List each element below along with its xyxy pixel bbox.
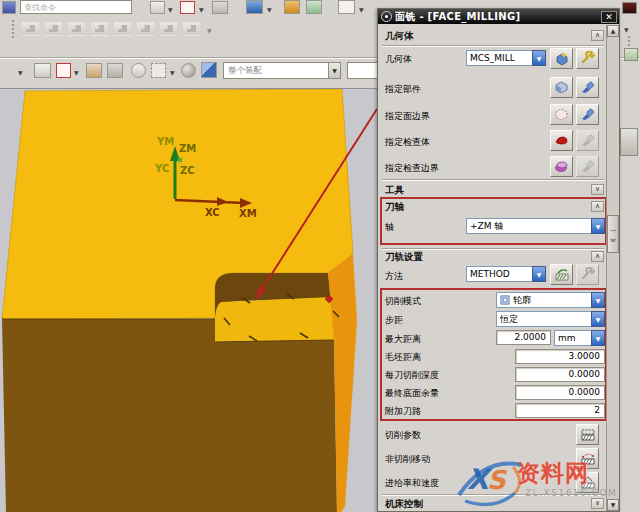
chevron-down-icon: ▼ — [532, 50, 546, 66]
select-part-icon-button[interactable] — [550, 77, 573, 98]
geometry-label: 几何体 — [385, 53, 412, 66]
section-tool-header: 工具 — [385, 184, 404, 197]
triad-label-xm: XM — [239, 208, 257, 219]
feeds-speeds-label: 进给率和速度 — [385, 477, 439, 490]
chevron-down-icon[interactable]: ▼ — [168, 6, 173, 13]
circle-select-icon[interactable] — [131, 63, 146, 78]
chevron-down-icon[interactable]: ▼ — [624, 26, 629, 33]
triad-label-yc: YC — [154, 163, 169, 174]
non-cutting-moves-label: 非切削移动 — [385, 453, 430, 466]
display-mode-icon[interactable] — [212, 1, 228, 14]
feature-icon-disabled — [183, 21, 200, 36]
toolbar-grip[interactable] — [628, 36, 631, 46]
model-notch-floor[interactable] — [215, 297, 334, 342]
separator — [382, 494, 604, 496]
feature-icon-disabled — [137, 21, 154, 36]
method-dropdown[interactable]: METHOD ▼ — [466, 266, 546, 282]
rect-select-icon[interactable] — [151, 63, 166, 78]
select-check-body-icon-button[interactable] — [550, 130, 573, 151]
collapse-geometry-button[interactable]: ∧ — [591, 30, 604, 41]
shaded-view-icon[interactable] — [284, 0, 300, 14]
roles-icon[interactable] — [180, 1, 195, 14]
selection-filter-combo[interactable] — [347, 62, 377, 79]
triad-label-ym: YM — [156, 136, 174, 147]
search-icon[interactable] — [150, 1, 165, 14]
collapse-path-settings-button[interactable]: ∧ — [591, 251, 604, 262]
chevron-down-icon[interactable]: ▼ — [170, 69, 175, 76]
select-face-boundary-flashlight-button[interactable] — [576, 104, 599, 125]
command-finder-input[interactable] — [20, 0, 132, 14]
wireframe-view-icon[interactable] — [306, 0, 322, 14]
scrollbar-thumb[interactable] — [607, 215, 619, 253]
chevron-down-icon[interactable]: ▼ — [267, 6, 272, 13]
panel-icon[interactable] — [624, 48, 638, 61]
chevron-down-icon[interactable]: ▼ — [199, 6, 204, 13]
scroll-down-icon[interactable]: ▼ — [607, 499, 619, 511]
blank-view-icon[interactable] — [338, 0, 355, 14]
select-face-boundary-label: 指定面边界 — [385, 110, 430, 123]
application-window: ▼ ▼ ▼ ▼ ▼ ▼ ▼ ▼ 整个装配 ▼ — [0, 0, 640, 512]
expand-tool-button[interactable]: ∨ — [591, 184, 604, 195]
edit-geometry-button[interactable] — [576, 48, 599, 69]
feature-icon-disabled — [22, 21, 39, 36]
dialog-scrollbar[interactable]: ▲ ▼ — [606, 25, 619, 511]
chevron-down-icon[interactable]: ▼ — [207, 27, 212, 34]
app-icon[interactable] — [2, 1, 16, 14]
highlight-rect-cut-params — [380, 288, 607, 421]
section-geometry-header: 几何体 — [385, 30, 414, 43]
sphere-icon[interactable] — [181, 63, 196, 78]
method-wrench-button-disabled — [576, 264, 599, 285]
face-milling-dialog: 面铣 - [FACE_MILLING] ✕ 几何体 ∧ 几何体 MCS_MILL… — [377, 8, 620, 512]
select-part-flashlight-button[interactable] — [576, 77, 599, 98]
snap-point-icon[interactable] — [56, 63, 71, 78]
separator — [382, 45, 604, 47]
solid-cube-icon[interactable] — [201, 62, 217, 78]
select-part-label: 指定部件 — [385, 83, 421, 96]
cube-icon[interactable] — [246, 0, 263, 14]
chevron-down-icon: ▼ — [532, 266, 546, 282]
geometry-dropdown[interactable]: MCS_MILL ▼ — [466, 50, 546, 66]
dialog-title-bar[interactable]: 面铣 - [FACE_MILLING] ✕ — [378, 9, 619, 24]
select-check-body-flashlight-button-disabled — [576, 130, 599, 151]
feeds-speeds-button[interactable] — [576, 472, 599, 493]
graphics-viewport[interactable]: YM ZM YC ZC XC XM — [0, 88, 377, 512]
selection-scope-combo[interactable]: 整个装配 ▼ — [223, 62, 341, 79]
chevron-down-icon[interactable]: ▼ — [74, 69, 79, 76]
model-front-face[interactable] — [2, 319, 337, 512]
rotate-view-icon[interactable] — [34, 63, 51, 78]
expand-machine-control-button[interactable]: ∨ — [591, 498, 604, 509]
window-icon[interactable] — [622, 2, 637, 14]
non-cutting-moves-button[interactable] — [576, 448, 599, 469]
triad-label-zc: ZC — [180, 165, 195, 176]
edit-method-button[interactable] — [550, 264, 573, 285]
feature-icon-disabled — [68, 21, 85, 36]
chevron-down-icon[interactable]: ▼ — [359, 6, 364, 13]
dialog-title: 面铣 - [FACE_MILLING] — [395, 10, 601, 24]
toolbar-grip[interactable] — [12, 20, 15, 38]
selection-scope-value: 整个装配 — [223, 62, 328, 79]
select-face-boundary-icon-button[interactable] — [550, 104, 573, 125]
geometry-dropdown-value: MCS_MILL — [466, 50, 532, 66]
method-dropdown-value: METHOD — [466, 266, 532, 282]
section-path-settings-header: 刀轨设置 — [385, 251, 423, 264]
highlight-rect-tool-axis — [380, 197, 607, 245]
method-label: 方法 — [385, 270, 403, 283]
triad-label-xc: XC — [205, 207, 220, 218]
cutting-params-label: 切削参数 — [385, 429, 421, 442]
sidebar-tab[interactable] — [620, 128, 638, 156]
select-check-boundary-label: 指定检查边界 — [385, 162, 439, 175]
section-machine-control-header: 机床控制 — [385, 498, 423, 511]
select-check-boundary-icon-button[interactable] — [550, 156, 573, 177]
select-check-body-label: 指定检查体 — [385, 136, 430, 149]
separator — [382, 248, 604, 250]
scroll-up-icon[interactable]: ▲ — [607, 25, 619, 37]
orient-icon[interactable] — [86, 63, 102, 78]
feature-icon-disabled — [91, 21, 108, 36]
triad-label-zm: ZM — [179, 143, 196, 154]
cutting-params-button[interactable] — [576, 424, 599, 445]
pan-icon[interactable] — [107, 63, 123, 78]
chevron-down-icon[interactable]: ▼ — [18, 69, 23, 76]
chevron-down-icon[interactable]: ▼ — [328, 62, 341, 79]
new-geometry-button[interactable] — [550, 48, 573, 69]
close-icon[interactable]: ✕ — [601, 11, 617, 23]
